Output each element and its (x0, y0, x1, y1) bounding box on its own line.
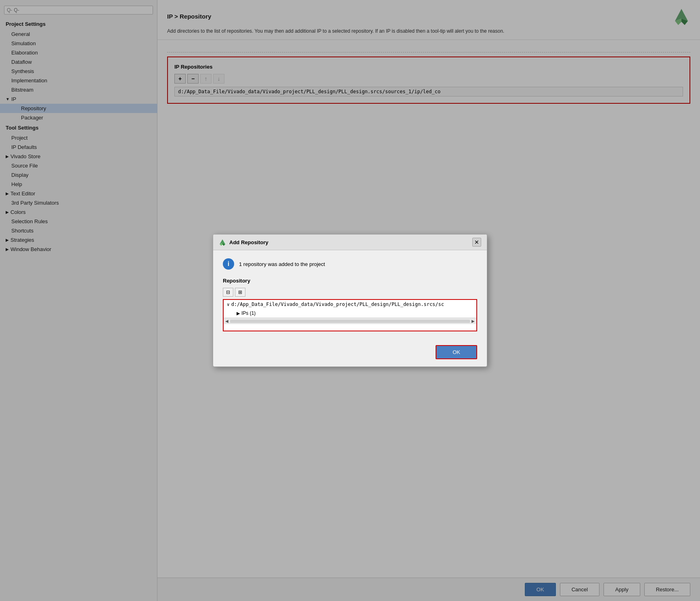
info-icon: i (223, 258, 234, 270)
modal-repository-title: Repository (223, 278, 477, 284)
horizontal-scrollbar[interactable]: ◀ ▶ (224, 318, 476, 324)
modal-tree-child-chevron: ▶ (237, 311, 240, 316)
modal-title: Add Repository (229, 239, 268, 245)
modal-title-left: Add Repository (219, 239, 268, 246)
modal-vivado-icon (219, 239, 226, 246)
modal-tree-root-path: d:/App_Data_File/Vivado_data/Vivado_proj… (231, 302, 444, 307)
info-message: 1 repository was added to the project (239, 261, 325, 267)
scroll-right-arrow[interactable]: ▶ (472, 319, 475, 323)
add-repository-dialog: Add Repository ✕ i 1 repository was adde… (213, 234, 487, 367)
modal-repo-toolbar: ⊟ ⊞ (223, 288, 477, 297)
info-row: i 1 repository was added to the project (223, 258, 477, 270)
modal-tree-chevron: ∨ (227, 302, 230, 307)
modal-expand-all-button[interactable]: ⊞ (235, 288, 245, 297)
modal-tree-area: ∨ d:/App_Data_File/Vivado_data/Vivado_pr… (223, 299, 477, 331)
scroll-track[interactable] (230, 320, 470, 323)
modal-close-button[interactable]: ✕ (472, 238, 481, 247)
modal-body: i 1 repository was added to the project … (213, 250, 487, 339)
modal-tree-child-item[interactable]: ▶ IPs (1) (224, 309, 476, 318)
modal-collapse-all-button[interactable]: ⊟ (223, 288, 233, 297)
modal-titlebar: Add Repository ✕ (213, 235, 487, 250)
scroll-left-arrow[interactable]: ◀ (225, 319, 228, 323)
collapse-all-icon: ⊟ (226, 289, 230, 295)
modal-tree-child-label: IPs (1) (241, 310, 256, 316)
expand-all-icon: ⊞ (238, 289, 242, 295)
modal-footer: OK (213, 339, 487, 366)
modal-ok-button[interactable]: OK (436, 345, 477, 359)
modal-overlay: Add Repository ✕ i 1 repository was adde… (0, 0, 700, 601)
modal-tree-root-item[interactable]: ∨ d:/App_Data_File/Vivado_data/Vivado_pr… (224, 300, 476, 309)
